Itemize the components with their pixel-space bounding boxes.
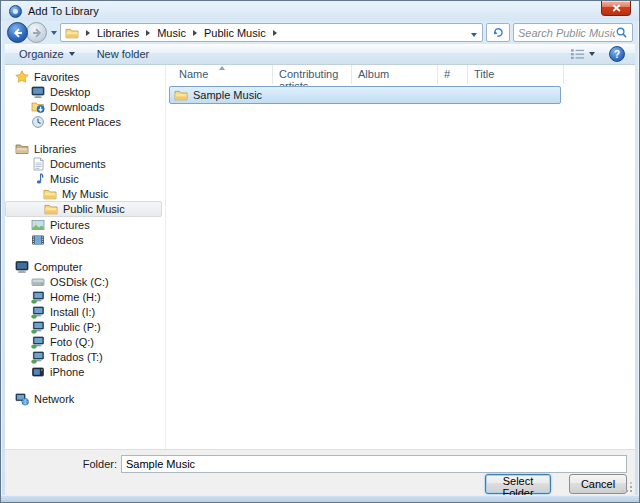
sidebar-item-my-music[interactable]: My Music (5, 186, 165, 201)
sidebar-item-public-p[interactable]: Public (P:) (5, 319, 165, 334)
new-folder-button[interactable]: New folder (97, 48, 150, 60)
recent-places-icon (31, 115, 45, 129)
downloads-icon (31, 100, 45, 114)
help-button[interactable]: ? (609, 46, 625, 62)
sidebar-item-trados-t[interactable]: Trados (T:) (5, 349, 165, 364)
sidebar-item-label: Pictures (50, 219, 90, 231)
change-view-button[interactable] (570, 48, 595, 60)
sidebar-item-install-i[interactable]: Install (I:) (5, 304, 165, 319)
network-icon (15, 392, 29, 406)
sidebar-item-label: Music (50, 173, 79, 185)
column-header-number[interactable]: # (438, 65, 468, 84)
sidebar-item-computer[interactable]: Computer (5, 259, 165, 274)
sidebar-item-label: Network (34, 393, 74, 405)
iphone-icon (31, 365, 45, 379)
sidebar-item-home-h[interactable]: Home (H:) (5, 289, 165, 304)
organize-menu-button[interactable]: Organize (19, 48, 75, 60)
forward-button[interactable] (26, 22, 47, 43)
sidebar-item-documents[interactable]: Documents (5, 156, 165, 171)
search-input[interactable] (518, 27, 615, 39)
folder-name-input[interactable] (121, 455, 627, 473)
column-header-album[interactable]: Album (352, 65, 438, 84)
folder-icon (65, 26, 79, 40)
network-drive-icon (31, 320, 45, 334)
sidebar-item-label: Computer (34, 261, 82, 273)
sidebar-item-iphone[interactable]: iPhone (5, 364, 165, 379)
sidebar-item-label: Desktop (50, 86, 90, 98)
recent-pages-dropdown-icon[interactable] (51, 31, 57, 35)
breadcrumb-public-music[interactable]: Public Music (204, 27, 266, 39)
sidebar-item-libraries[interactable]: Libraries (5, 141, 165, 156)
sort-ascending-icon (219, 66, 225, 70)
sidebar-item-foto-q[interactable]: Foto (Q:) (5, 334, 165, 349)
column-header-name[interactable]: Name (167, 65, 273, 84)
select-folder-button[interactable]: Select Folder (485, 474, 551, 494)
folder-icon (43, 187, 57, 201)
video-icon (31, 233, 45, 247)
sidebar-item-label: Home (H:) (50, 291, 101, 303)
star-icon (15, 70, 29, 84)
add-to-library-dialog: Add To Library Libraries Music Public Mu… (0, 0, 640, 503)
back-button[interactable] (7, 22, 28, 43)
breadcrumb-separator-icon (273, 30, 277, 36)
sidebar-item-desktop[interactable]: Desktop (5, 84, 165, 99)
close-button[interactable] (601, 1, 631, 16)
title-bar[interactable]: Add To Library (1, 1, 639, 21)
forward-arrow-icon (31, 27, 43, 39)
breadcrumb-separator-icon (86, 30, 90, 36)
sidebar-item-music[interactable]: Music (5, 171, 165, 186)
breadcrumb-libraries[interactable]: Libraries (97, 27, 139, 39)
window-title: Add To Library (28, 5, 99, 17)
music-note-icon (31, 172, 45, 186)
navigation-pane: Favorites Desktop Downloads Recent Place… (5, 65, 166, 449)
sidebar-item-label: Videos (50, 234, 83, 246)
sidebar-item-label: Documents (50, 158, 106, 170)
sidebar-item-downloads[interactable]: Downloads (5, 99, 165, 114)
sidebar-item-pictures[interactable]: Pictures (5, 217, 165, 232)
address-breadcrumb-field[interactable]: Libraries Music Public Music (60, 23, 483, 42)
folder-icon (44, 202, 58, 216)
sidebar-item-osdisk-c[interactable]: OSDisk (C:) (5, 274, 165, 289)
picture-icon (31, 218, 45, 232)
refresh-icon (492, 26, 505, 39)
file-list: Name Contributing artists Album # Title … (167, 65, 635, 449)
sidebar-item-label: Libraries (34, 143, 76, 155)
address-dropdown-button[interactable] (468, 27, 480, 39)
sidebar-item-videos[interactable]: Videos (5, 232, 165, 247)
computer-icon (15, 260, 29, 274)
command-toolbar: Organize New folder ? (5, 44, 635, 65)
breadcrumb-music[interactable]: Music (157, 27, 186, 39)
sidebar-item-label: Trados (T:) (50, 351, 103, 363)
cancel-button[interactable]: Cancel (569, 474, 627, 494)
libraries-icon (15, 142, 29, 156)
column-header-title[interactable]: Title (468, 65, 564, 84)
sidebar-item-network[interactable]: Network (5, 391, 165, 406)
sidebar-item-label: Foto (Q:) (50, 336, 94, 348)
sidebar-item-label: My Music (62, 188, 108, 200)
file-row-sample-music[interactable]: Sample Music (169, 86, 561, 104)
views-icon (570, 48, 585, 60)
breadcrumb-separator-icon (193, 30, 197, 36)
resize-grip[interactable] (622, 482, 633, 493)
search-icon[interactable] (615, 26, 628, 39)
sidebar-item-label: Favorites (34, 71, 79, 83)
sidebar-item-label: Install (I:) (50, 306, 95, 318)
back-arrow-icon (12, 27, 24, 39)
sidebar-item-label: OSDisk (C:) (50, 276, 109, 288)
search-box (513, 23, 633, 42)
help-icon: ? (614, 49, 620, 60)
sidebar-item-public-music[interactable]: Public Music (5, 201, 162, 217)
document-icon (31, 157, 45, 171)
folder-field-label: Folder: (5, 458, 117, 470)
address-bar: Libraries Music Public Music (5, 21, 635, 44)
close-icon (612, 4, 621, 12)
sidebar-item-favorites[interactable]: Favorites (5, 69, 165, 84)
column-header-contributing-artists[interactable]: Contributing artists (273, 65, 352, 84)
refresh-button[interactable] (486, 23, 510, 42)
sidebar-item-recent-places[interactable]: Recent Places (5, 114, 165, 129)
sidebar-item-label: iPhone (50, 366, 84, 378)
file-name: Sample Music (193, 89, 262, 101)
dialog-footer: Folder: Select Folder Cancel (5, 449, 635, 495)
toolbar-right-group: ? (570, 46, 625, 62)
network-drive-icon (31, 335, 45, 349)
